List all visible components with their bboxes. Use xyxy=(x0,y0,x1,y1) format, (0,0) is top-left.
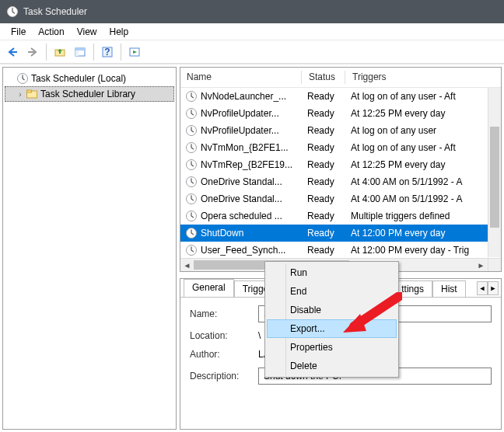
expand-icon[interactable]: › xyxy=(16,90,25,99)
context-item-export[interactable]: Export... xyxy=(267,319,397,338)
cell-status: Ready xyxy=(303,91,346,102)
task-list-header: Name Status Triggers xyxy=(180,68,501,88)
cell-name: NvProfileUpdater... xyxy=(180,124,303,137)
context-item-delete[interactable]: Delete xyxy=(267,357,397,375)
cell-status: Ready xyxy=(303,108,346,119)
svg-rect-4 xyxy=(75,51,79,56)
cell-triggers: At log on of any user - Aft xyxy=(346,142,501,153)
context-item-run[interactable]: Run xyxy=(267,263,397,282)
tree-library[interactable]: › Task Scheduler Library xyxy=(5,86,174,102)
pane-button[interactable] xyxy=(71,43,89,61)
cell-triggers: At 12:25 PM every day xyxy=(346,108,501,119)
folder-icon xyxy=(26,88,38,100)
tab-scroll-left[interactable]: ◄ xyxy=(477,281,488,295)
help-button[interactable]: ? xyxy=(98,43,117,61)
task-list[interactable]: Name Status Triggers NvNodeLauncher_...R… xyxy=(180,67,502,272)
table-row[interactable]: ShutDownReadyAt 12:00 PM every day xyxy=(180,225,501,242)
context-menu[interactable]: RunEndDisableExport...PropertiesDelete xyxy=(264,261,399,378)
cell-name: User_Feed_Synch... xyxy=(180,244,303,256)
menu-view[interactable]: View xyxy=(71,25,103,39)
table-row[interactable]: OneDrive Standal...ReadyAt 4:00 AM on 5/… xyxy=(180,190,501,207)
table-row[interactable]: OneDrive Standal...ReadyAt 4:00 AM on 5/… xyxy=(180,173,501,190)
column-triggers[interactable]: Triggers xyxy=(346,68,501,87)
scroll-left-icon[interactable]: ◄ xyxy=(180,259,194,272)
cell-triggers: At 4:00 AM on 5/1/1992 - A xyxy=(346,176,501,187)
tab-settings[interactable]: ttings xyxy=(394,280,432,297)
table-row[interactable]: NvNodeLauncher_...ReadyAt log on of any … xyxy=(180,88,501,105)
title-bar: Task Scheduler xyxy=(0,0,504,23)
table-row[interactable]: NvTmMon_{B2FE1...ReadyAt log on of any u… xyxy=(180,139,501,156)
location-label: Location: xyxy=(190,330,254,341)
author-label: Author: xyxy=(190,349,254,360)
scroll-corner xyxy=(488,258,501,271)
run-pane-button[interactable] xyxy=(125,43,144,61)
task-list-body[interactable]: NvNodeLauncher_...ReadyAt log on of any … xyxy=(180,88,501,271)
context-item-properties[interactable]: Properties xyxy=(267,338,397,357)
table-row[interactable]: Opera scheduled ...ReadyMultiple trigger… xyxy=(180,207,501,225)
cell-status: Ready xyxy=(303,245,346,256)
tab-scroll-right[interactable]: ► xyxy=(488,281,499,295)
tree-library-label: Task Scheduler Library xyxy=(40,89,135,99)
cell-name: OneDrive Standal... xyxy=(180,193,303,205)
column-status[interactable]: Status xyxy=(303,68,346,87)
app-icon xyxy=(6,5,19,18)
table-row[interactable]: NvProfileUpdater...ReadyAt log on of any… xyxy=(180,122,501,139)
forward-button[interactable] xyxy=(23,43,42,61)
table-row[interactable]: NvTmRep_{B2FE19...ReadyAt 12:25 PM every… xyxy=(180,156,501,173)
vertical-scrollbar[interactable] xyxy=(488,88,501,257)
cell-status: Ready xyxy=(303,159,346,170)
context-item-end[interactable]: End xyxy=(267,282,397,301)
tree-pane[interactable]: Task Scheduler (Local) › Task Scheduler … xyxy=(2,67,177,430)
column-name[interactable]: Name xyxy=(180,68,303,87)
svg-rect-10 xyxy=(27,90,32,92)
cell-status: Ready xyxy=(303,176,346,187)
tab-history[interactable]: Hist xyxy=(432,280,466,297)
svg-rect-3 xyxy=(75,48,85,51)
menu-action[interactable]: Action xyxy=(32,25,70,39)
menu-help[interactable]: Help xyxy=(103,25,135,39)
cell-status: Ready xyxy=(303,142,346,153)
cell-triggers: At 12:25 PM every day xyxy=(346,159,501,170)
svg-text:?: ? xyxy=(104,47,110,57)
main-area: Task Scheduler (Local) › Task Scheduler … xyxy=(0,64,504,432)
cell-triggers: At 12:00 PM every day xyxy=(346,228,501,239)
cell-status: Ready xyxy=(303,228,346,239)
cell-name: OneDrive Standal... xyxy=(180,176,303,188)
cell-name: NvTmRep_{B2FE19... xyxy=(180,159,303,171)
window-title: Task Scheduler xyxy=(23,6,87,17)
cell-triggers: At log on of any user - Aft xyxy=(346,91,501,102)
back-button[interactable] xyxy=(3,43,22,61)
scroll-right-icon[interactable]: ► xyxy=(474,259,488,272)
toolbar: ? xyxy=(0,40,504,64)
cell-triggers: Multiple triggers defined xyxy=(346,211,501,221)
scrollbar-thumb[interactable] xyxy=(490,127,499,228)
name-label: Name: xyxy=(190,308,254,319)
description-label: Description: xyxy=(190,371,254,381)
cell-name: ShutDown xyxy=(180,227,303,239)
tab-general[interactable]: General xyxy=(184,279,234,297)
context-item-disable[interactable]: Disable xyxy=(267,301,397,319)
cell-name: NvProfileUpdater... xyxy=(180,107,303,120)
table-row[interactable]: User_Feed_Synch...ReadyAt 12:00 PM every… xyxy=(180,242,501,259)
cell-name: NvTmMon_{B2FE1... xyxy=(180,141,303,154)
menu-bar: File Action View Help xyxy=(0,23,504,40)
cell-triggers: At log on of any user xyxy=(346,125,501,136)
tab-spinner: ◄ ► xyxy=(477,279,501,297)
folder-up-button[interactable] xyxy=(51,43,69,61)
cell-name: NvNodeLauncher_... xyxy=(180,90,303,103)
tree-root[interactable]: Task Scheduler (Local) xyxy=(5,71,174,86)
table-row[interactable]: NvProfileUpdater...ReadyAt 12:25 PM ever… xyxy=(180,105,501,122)
menu-file[interactable]: File xyxy=(5,25,32,39)
cell-status: Ready xyxy=(303,125,346,136)
scheduler-icon xyxy=(16,72,29,85)
cell-triggers: At 12:00 PM every day - Trig xyxy=(346,245,501,256)
cell-name: Opera scheduled ... xyxy=(180,210,303,222)
cell-status: Ready xyxy=(303,211,346,221)
tree-root-label: Task Scheduler (Local) xyxy=(31,73,126,84)
cell-status: Ready xyxy=(303,193,346,204)
cell-triggers: At 4:00 AM on 5/1/1992 - A xyxy=(346,193,501,204)
